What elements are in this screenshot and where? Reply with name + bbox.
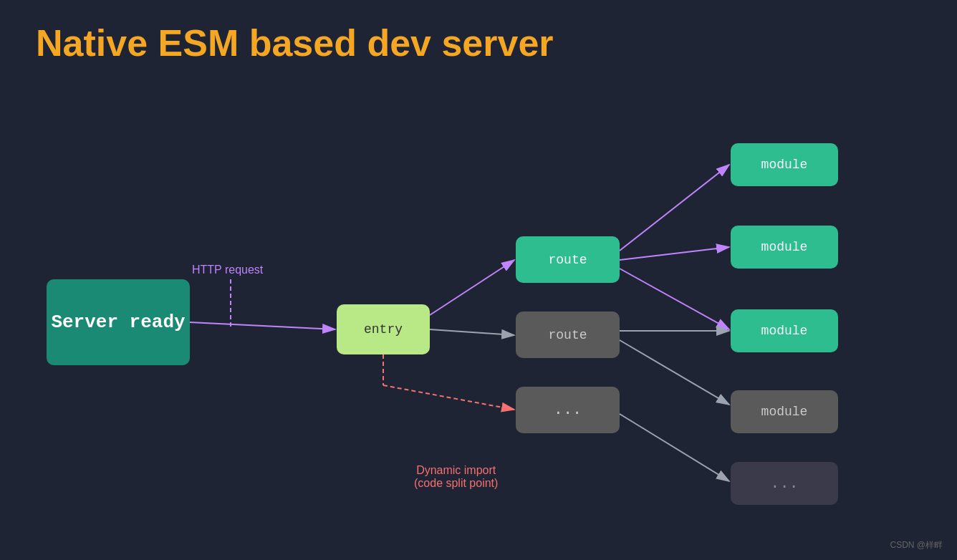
svg-line-6 bbox=[430, 329, 514, 335]
svg-line-5 bbox=[430, 260, 514, 315]
route2-node: route bbox=[516, 312, 620, 358]
svg-line-8 bbox=[383, 385, 514, 410]
route1-node: route bbox=[516, 236, 620, 283]
svg-line-4 bbox=[190, 322, 335, 329]
module5-node: ... bbox=[731, 462, 838, 505]
svg-line-13 bbox=[620, 340, 729, 405]
server-ready-node: Server ready bbox=[47, 279, 190, 365]
dots-node: ... bbox=[516, 387, 620, 433]
svg-line-11 bbox=[620, 269, 729, 329]
watermark: CSDN @样畔 bbox=[890, 539, 943, 551]
dynamic-import-label: Dynamic import(code split point) bbox=[414, 464, 498, 490]
module4-node: module bbox=[731, 390, 838, 433]
module2-node: module bbox=[731, 226, 838, 269]
svg-line-14 bbox=[620, 414, 729, 481]
svg-line-9 bbox=[620, 165, 729, 251]
module1-node: module bbox=[731, 143, 838, 186]
module3-node: module bbox=[731, 309, 838, 352]
page-title: Native ESM based dev server bbox=[36, 21, 554, 64]
http-request-label: HTTP request bbox=[192, 264, 263, 276]
entry-node: entry bbox=[337, 304, 430, 354]
svg-line-10 bbox=[620, 247, 729, 260]
